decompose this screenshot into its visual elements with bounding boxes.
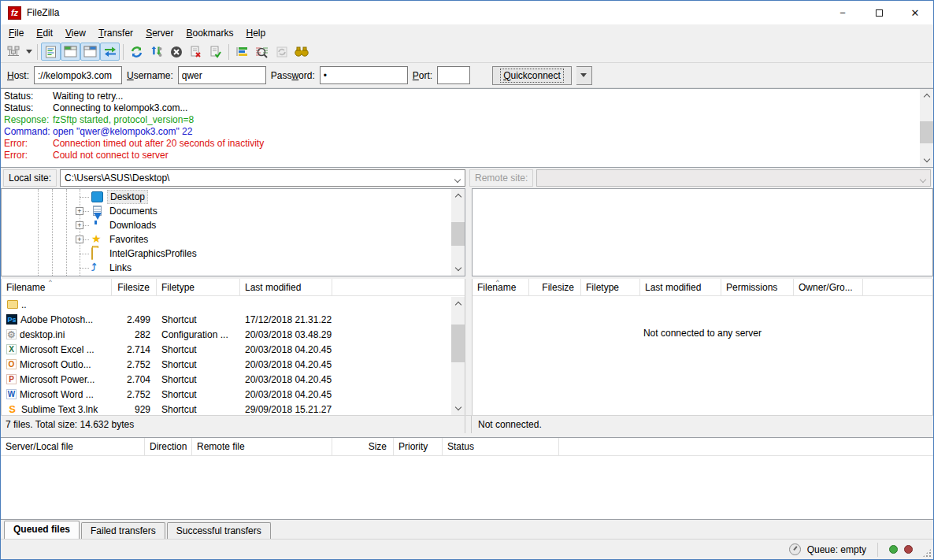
column-permissions[interactable]: Permissions [721, 279, 794, 295]
file-row[interactable]: SSublime Text 3.lnk 929 Shortcut 29/09/2… [2, 402, 451, 415]
column-last-modified[interactable]: Last modified [240, 279, 332, 295]
column-status[interactable]: Status [443, 438, 559, 455]
minimize-button[interactable]: − [825, 1, 861, 24]
site-manager-dropdown-button[interactable] [24, 43, 34, 61]
file-row[interactable]: PMicrosoft Power... 2.704 Shortcut 20/03… [2, 372, 451, 387]
menu-edit[interactable]: Edit [30, 26, 59, 40]
toggle-local-tree-button[interactable] [61, 43, 80, 61]
process-queue-button[interactable] [146, 43, 166, 61]
speed-limit-gauge-icon[interactable] [789, 543, 801, 555]
queue-tabs: Queued files Failed transfers Successful… [1, 520, 933, 539]
quickconnect-dropdown-button[interactable] [576, 66, 592, 85]
tab-successful-transfers[interactable]: Successful transfers [167, 522, 271, 539]
host-input[interactable] [34, 66, 122, 84]
queue-header: Server/Local file Direction Remote file … [1, 438, 933, 456]
toggle-transfer-queue-button[interactable] [100, 43, 120, 61]
column-filetype[interactable]: Filetype [581, 279, 640, 295]
username-input[interactable] [178, 66, 266, 84]
panel-splitter[interactable] [465, 188, 472, 276]
menu-server[interactable]: Server [139, 26, 180, 40]
local-file-list: ^Filename Filesize Filetype Last modifie… [1, 279, 465, 415]
column-filetype[interactable]: Filetype [157, 279, 240, 295]
column-filesize[interactable]: Filesize [112, 279, 157, 295]
expand-plus-icon[interactable]: + [76, 207, 83, 215]
file-row[interactable]: ⚙desktop.ini 282 Configuration ... 20/03… [2, 327, 451, 342]
column-owner-group[interactable]: Owner/Gro... [794, 279, 863, 295]
chevron-down-icon[interactable] [455, 176, 460, 187]
file-row[interactable]: .. [2, 297, 451, 312]
toolbar [1, 41, 933, 63]
close-button[interactable]: ✕ [897, 1, 933, 24]
scroll-thumb[interactable] [451, 222, 465, 246]
column-priority[interactable]: Priority [394, 438, 443, 455]
tab-queued-files[interactable]: Queued files [4, 521, 80, 539]
file-list-panels: ^Filename Filesize Filetype Last modifie… [1, 279, 933, 415]
scroll-up-icon[interactable] [920, 89, 933, 102]
compare-directories-button[interactable] [252, 43, 272, 61]
expand-plus-icon[interactable]: + [76, 235, 83, 243]
refresh-button[interactable] [127, 43, 146, 61]
scroll-up-icon[interactable] [451, 297, 465, 310]
transfer-queue-icon [103, 46, 117, 57]
file-row[interactable]: PsAdobe Photosh... 2.499 Shortcut 17/12/… [2, 312, 451, 327]
remote-list-header: ^Filename Filesize Filetype Last modifie… [473, 279, 932, 296]
tree-item-documents[interactable]: + Documents [2, 204, 451, 218]
reconnect-button[interactable] [206, 43, 225, 61]
tree-item-desktop[interactable]: Desktop [2, 190, 451, 204]
tree-item-downloads[interactable]: + Downloads [2, 218, 451, 232]
menu-bar: File Edit View Transfer Server Bookmarks… [1, 24, 933, 41]
column-remote-file[interactable]: Remote file [192, 438, 332, 455]
column-server-local-file[interactable]: Server/Local file [1, 438, 145, 455]
disconnect-button[interactable] [186, 43, 206, 61]
column-size[interactable]: Size [332, 438, 394, 455]
column-direction[interactable]: Direction [145, 438, 192, 455]
chevron-down-icon [26, 50, 32, 54]
site-manager-button[interactable] [4, 43, 24, 61]
file-row[interactable]: WMicrosoft Word ... 2.752 Shortcut 20/03… [2, 387, 451, 402]
sort-ascending-icon: ^ [496, 279, 499, 285]
expand-plus-icon[interactable]: + [76, 221, 83, 229]
maximize-button[interactable] [861, 1, 897, 24]
scroll-up-icon[interactable] [451, 189, 465, 202]
menu-file[interactable]: File [2, 26, 30, 40]
column-filename[interactable]: ^Filename [473, 279, 529, 295]
queue-status-text: Queue: empty [807, 544, 866, 555]
tree-item-intelgraphicsprofiles[interactable]: IntelGraphicsProfiles [2, 247, 451, 261]
column-last-modified[interactable]: Last modified [640, 279, 721, 295]
local-list-scrollbar[interactable] [451, 297, 465, 415]
scroll-thumb[interactable] [920, 121, 933, 143]
tree-item-favorites[interactable]: + ★ Favorites [2, 232, 451, 247]
panel-splitter[interactable] [465, 279, 472, 415]
scroll-down-icon[interactable] [920, 154, 933, 167]
file-row[interactable]: OMicrosoft Outlo... 2.752 Shortcut 20/03… [2, 357, 451, 372]
toggle-remote-tree-button[interactable] [80, 43, 100, 61]
column-filename[interactable]: ^Filename [2, 279, 112, 295]
port-input[interactable] [437, 66, 470, 84]
menu-transfer[interactable]: Transfer [92, 26, 139, 40]
find-files-button[interactable] [291, 43, 311, 61]
tab-failed-transfers[interactable]: Failed transfers [81, 522, 165, 539]
tree-item-links[interactable]: ⤴ Links [2, 261, 451, 275]
local-site-combobox[interactable]: C:\Users\ASUS\Desktop\ [60, 169, 465, 187]
quickconnect-button[interactable]: Quickconnect [492, 66, 572, 85]
scroll-down-icon[interactable] [451, 262, 465, 276]
file-row[interactable]: XMicrosoft Excel ... 2.714 Shortcut 20/0… [2, 342, 451, 357]
column-filesize[interactable]: Filesize [529, 279, 581, 295]
log-scrollbar[interactable] [920, 89, 933, 167]
synchronized-browsing-button[interactable] [272, 43, 291, 61]
reconnect-icon [209, 46, 222, 58]
scroll-down-icon[interactable] [451, 402, 465, 415]
menu-help[interactable]: Help [240, 26, 272, 40]
local-tree-scrollbar[interactable] [451, 189, 465, 276]
scroll-thumb[interactable] [451, 325, 465, 362]
binoculars-icon [295, 46, 309, 57]
toggle-message-log-button[interactable] [41, 43, 61, 61]
filter-button[interactable] [232, 43, 252, 61]
menu-bookmarks[interactable]: Bookmarks [180, 26, 239, 40]
menu-view[interactable]: View [59, 26, 92, 40]
cancel-button[interactable] [166, 43, 186, 61]
password-input[interactable] [320, 66, 408, 84]
status-indicator-red-icon [904, 545, 913, 554]
excel-icon: X [6, 344, 17, 354]
outlook-icon: O [6, 359, 17, 369]
